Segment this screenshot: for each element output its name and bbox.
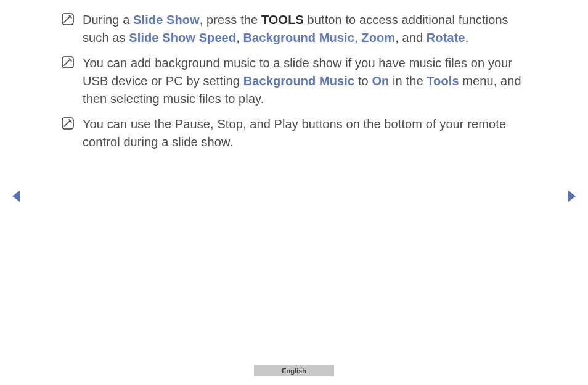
arrow-right-icon: [567, 190, 577, 202]
note-icon: [62, 56, 74, 68]
language-selector[interactable]: English: [254, 365, 334, 376]
language-label: English: [282, 367, 306, 375]
svg-marker-3: [12, 191, 20, 202]
note-item-1: During a Slide Show, press the TOOLS but…: [62, 11, 526, 47]
nav-prev-button[interactable]: [11, 190, 21, 205]
note-icon: [62, 117, 74, 130]
svg-marker-4: [568, 191, 576, 202]
content-area: During a Slide Show, press the TOOLS but…: [0, 0, 588, 151]
note-icon: [62, 13, 74, 25]
nav-next-button[interactable]: [567, 190, 577, 205]
note-item-2: You can add background music to a slide …: [62, 54, 526, 108]
note-item-3: You can use the Pause, Stop, and Play bu…: [62, 115, 526, 151]
note-text-2: You can add background music to a slide …: [83, 54, 526, 108]
note-text-3: You can use the Pause, Stop, and Play bu…: [83, 115, 526, 151]
note-text-1: During a Slide Show, press the TOOLS but…: [83, 11, 526, 47]
arrow-left-icon: [11, 190, 21, 202]
